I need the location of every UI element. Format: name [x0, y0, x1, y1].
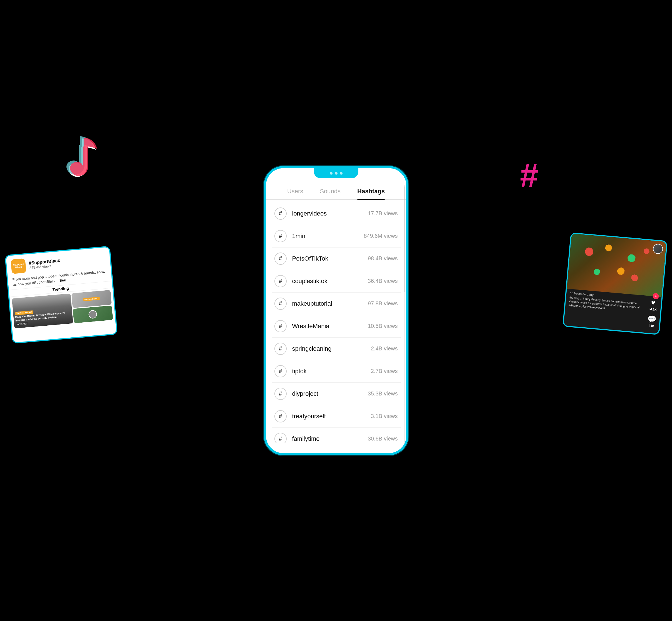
- hashtag-views: 3.1B views: [371, 413, 398, 419]
- hashtag-views: 30.6B views: [368, 436, 398, 442]
- hashtag-name: treatyourself: [292, 413, 371, 420]
- video-thumbnail: +: [567, 234, 666, 297]
- hashtag-views: 10.5B views: [368, 323, 398, 329]
- share-icon: ↪: [647, 331, 654, 335]
- hash-icon: #: [275, 433, 287, 443]
- see-more-link[interactable]: See: [59, 278, 66, 283]
- hashtag-views: 97.8B views: [368, 300, 398, 307]
- hashtag-views: 98.4B views: [368, 255, 398, 262]
- phone-notch: [314, 168, 359, 178]
- list-item[interactable]: # 1min 849.6M views: [271, 225, 401, 248]
- hashtag-views: 17.7B views: [368, 210, 398, 217]
- phone-screen: Users Sounds Hashtags # longervideos 17.…: [266, 168, 406, 453]
- list-item[interactable]: # tiptok 2.7B views: [271, 360, 401, 383]
- list-item[interactable]: # springcleaning 2.4B views: [271, 338, 401, 360]
- food-visual: [567, 234, 666, 297]
- hashtag-views: 36.4B views: [368, 278, 398, 284]
- hashtag-name: diyproject: [292, 390, 368, 398]
- card-header-text: #SupportBlack 248.4M views: [29, 254, 106, 270]
- hashtag-name: couplestiktok: [292, 278, 368, 285]
- hashtag-name: WrestleMania: [292, 323, 368, 330]
- hash-icon: #: [275, 252, 287, 265]
- comment-icon: 💬: [647, 315, 657, 324]
- notch-dot-3: [340, 172, 342, 175]
- thumbnail-2: Did You Know?: [72, 290, 112, 308]
- left-floating-card[interactable]: #supportBlack #SupportBlack 248.4M views…: [5, 246, 118, 344]
- tab-sounds[interactable]: Sounds: [320, 188, 341, 199]
- phone-mockup: Users Sounds Hashtags # longervideos 17.…: [264, 166, 409, 455]
- list-item[interactable]: # couplestiktok 36.4B views: [271, 270, 401, 293]
- notch-dot-1: [330, 172, 333, 175]
- hash-icon: #: [275, 275, 287, 287]
- scroll-indicator: [404, 185, 405, 450]
- hashtag-name: familytime: [292, 435, 368, 443]
- notch-dot-2: [335, 172, 338, 175]
- hash-icon: #: [275, 343, 287, 355]
- list-item[interactable]: # WrestleMania 10.5B views: [271, 315, 401, 338]
- hash-icon: #: [275, 298, 287, 310]
- hashtag-name: makeuptutorial: [292, 300, 368, 307]
- hash-icon: #: [275, 388, 287, 400]
- list-item[interactable]: # longervideos 17.7B views: [271, 202, 401, 225]
- like-action[interactable]: ♥ 34.2K: [648, 298, 658, 311]
- share-action[interactable]: ↪ 1195: [646, 331, 654, 335]
- hash-icon: #: [275, 410, 287, 422]
- hashtag-views: 2.4B views: [371, 345, 398, 352]
- hashtag-views: 849.6M views: [364, 233, 397, 239]
- hashtag-name: PetsOfTikTok: [292, 255, 368, 262]
- list-item[interactable]: # PetsOfTikTok 98.4B views: [271, 248, 401, 270]
- like-count: 34.2K: [648, 307, 657, 312]
- list-item[interactable]: # treatyourself 3.1B views: [271, 405, 401, 428]
- tab-hashtags[interactable]: Hashtags: [357, 188, 385, 199]
- search-tabs: Users Sounds Hashtags: [266, 182, 406, 200]
- floating-hashtag-symbol: #: [520, 156, 539, 194]
- hashtag-views: 35.3B views: [368, 390, 398, 397]
- hashtag-name: springcleaning: [292, 345, 371, 353]
- tiktok-logo: [55, 133, 106, 189]
- support-black-logo: #supportBlack: [10, 258, 26, 274]
- hash-icon: #: [275, 230, 287, 242]
- right-floating-card[interactable]: + oo beers no party the king of Fancy Po…: [562, 232, 668, 335]
- hashtag-name: tiptok: [292, 368, 371, 375]
- hash-icon: #: [275, 320, 287, 332]
- hashtag-views: 2.7B views: [371, 368, 398, 374]
- hashtag-list: # longervideos 17.7B views # 1min 849.6M…: [266, 202, 406, 443]
- thumbnail-3: [73, 305, 113, 323]
- comment-count: 440: [648, 324, 654, 328]
- hashtag-name: longervideos: [292, 210, 368, 217]
- list-item[interactable]: # diyproject 35.3B views: [271, 383, 401, 405]
- video-info: oo beers no party the king of Fancy Pove…: [566, 291, 646, 335]
- phone-frame: Users Sounds Hashtags # longervideos 17.…: [264, 166, 409, 455]
- hashtag-name: 1min: [292, 233, 364, 240]
- list-item[interactable]: # makeuptutorial 97.8B views: [271, 293, 401, 315]
- list-item[interactable]: # familytime 30.6B views: [271, 428, 401, 443]
- scroll-thumb: [404, 186, 405, 293]
- heart-icon: ♥: [650, 298, 656, 307]
- tab-users[interactable]: Users: [287, 188, 303, 199]
- thumbnail-1: Did You Know? Make Van Britton Brown is …: [12, 293, 73, 328]
- hash-icon: #: [275, 365, 287, 377]
- comment-action[interactable]: 💬 440: [647, 315, 657, 328]
- hash-icon: #: [275, 207, 287, 220]
